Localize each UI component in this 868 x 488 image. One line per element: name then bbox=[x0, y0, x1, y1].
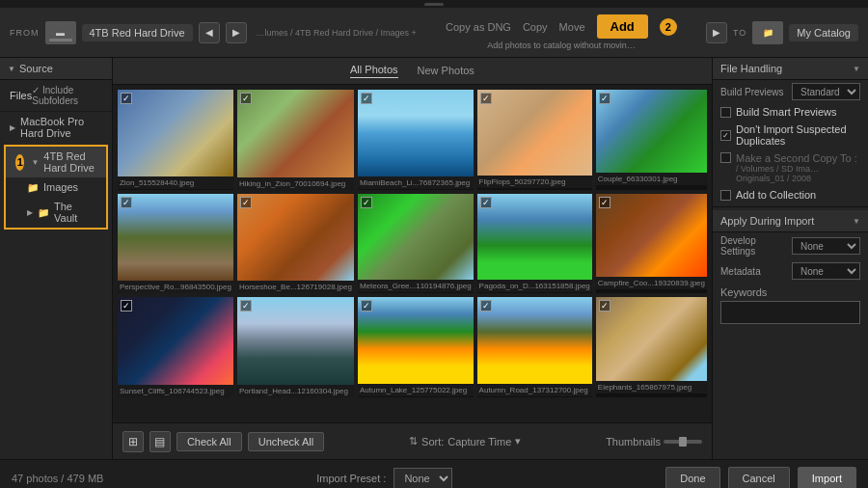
second-copy-checkbox[interactable] bbox=[720, 152, 731, 163]
step-1-badge: 1 bbox=[15, 154, 24, 171]
photo-cell[interactable]: Autumn_Lake_125775022.jpeg bbox=[358, 297, 474, 397]
photo-cell[interactable]: Hiking_in_Zion_70010694.jpeg bbox=[237, 90, 354, 190]
photo-checkbox[interactable] bbox=[480, 93, 492, 104]
photo-checkbox[interactable] bbox=[240, 93, 252, 104]
photo-checkbox[interactable] bbox=[480, 197, 492, 208]
source-item-images[interactable]: 📁 Images bbox=[6, 177, 106, 197]
done-button[interactable]: Done bbox=[665, 467, 719, 489]
photo-checkbox[interactable] bbox=[480, 300, 492, 312]
top-bar-right: ▶ TO 📁 My Catalog bbox=[706, 21, 858, 44]
from-drive-name[interactable]: 4TB Red Hard Drive bbox=[82, 24, 193, 41]
develop-settings-select[interactable]: None bbox=[792, 237, 860, 255]
photo-cell[interactable]: Campfire_Coo...19320839.jpeg bbox=[596, 194, 707, 294]
photo-cell[interactable]: Perspective_Ro...96843500.jpeg bbox=[118, 194, 233, 294]
footer-photos-count: 47 photos / 479 MB bbox=[12, 473, 103, 484]
photo-filename: Couple_66330301.jpeg bbox=[596, 173, 707, 185]
uncheck-all-button[interactable]: Uncheck All bbox=[248, 432, 324, 451]
photo-filename: Portland_Head...12160304.jpeg bbox=[237, 385, 354, 397]
tab-new-photos[interactable]: New Photos bbox=[418, 65, 475, 78]
divider-1 bbox=[713, 206, 868, 207]
path-text: …lumes / 4TB Red Hard Drive / Images + bbox=[257, 28, 417, 38]
thumbnail-size-slider[interactable] bbox=[664, 440, 702, 444]
photo-cell[interactable]: Sunset_Cliffs_106744523.jpeg bbox=[118, 297, 233, 397]
nav-forward-button[interactable]: ▶ bbox=[226, 22, 247, 43]
photo-filename: FlipFlops_50297720.jpeg bbox=[477, 176, 592, 188]
import-option-copy-dng[interactable]: Copy as DNG bbox=[446, 21, 511, 33]
dont-import-checkbox[interactable] bbox=[720, 130, 731, 141]
grid-view-button[interactable]: ⊞ bbox=[122, 431, 144, 452]
keywords-area: Keywords bbox=[713, 283, 868, 328]
images-label: Images bbox=[43, 181, 78, 193]
photo-thumbnail bbox=[237, 194, 354, 282]
photo-checkbox[interactable] bbox=[599, 93, 610, 104]
photo-checkbox[interactable] bbox=[361, 93, 372, 104]
tab-all-photos[interactable]: All Photos bbox=[350, 64, 398, 78]
apply-chevron: ▼ bbox=[853, 217, 860, 226]
left-panel: ▼ Source Files ✓ Include Subfolders ▶ Ma… bbox=[0, 58, 113, 459]
photo-cell[interactable]: Autumn_Road_137312700.jpeg bbox=[477, 297, 592, 397]
source-item-4tb[interactable]: 1 ▼ 4TB Red Hard Drive bbox=[6, 147, 106, 177]
check-all-button[interactable]: Check All bbox=[176, 432, 242, 451]
keywords-input[interactable] bbox=[720, 301, 860, 324]
top-handle bbox=[0, 0, 868, 8]
build-smart-checkbox[interactable] bbox=[720, 107, 731, 118]
import-option-copy[interactable]: Copy bbox=[523, 21, 548, 33]
photo-cell[interactable]: Portland_Head...12160304.jpeg bbox=[237, 297, 354, 397]
photo-cell[interactable]: Pagoda_on_D...163151858.jpeg bbox=[477, 194, 592, 294]
photo-filename: Campfire_Coo...19320839.jpeg bbox=[596, 277, 707, 289]
photo-filename: Perspective_Ro...96843500.jpeg bbox=[118, 281, 233, 293]
add-collection-label: Add to Collection bbox=[736, 189, 816, 201]
photo-thumbnail bbox=[477, 90, 592, 176]
photo-checkbox[interactable] bbox=[121, 197, 132, 208]
dont-import-label: Don't Import Suspected Duplicates bbox=[736, 123, 860, 147]
photo-cell[interactable]: Horseshoe_Be...126719028.jpeg bbox=[237, 194, 354, 294]
import-preset-select[interactable]: None bbox=[393, 468, 452, 489]
build-previews-row: Build Previews Standard bbox=[713, 80, 868, 103]
photo-checkbox[interactable] bbox=[361, 197, 372, 208]
add-collection-checkbox[interactable] bbox=[720, 190, 731, 201]
photo-checkbox[interactable] bbox=[121, 300, 132, 312]
photo-cell[interactable]: FlipFlops_50297720.jpeg bbox=[477, 90, 592, 190]
bottom-left: ⊞ ▤ Check All Uncheck All bbox=[122, 431, 324, 452]
photos-tabs: All Photos New Photos bbox=[113, 58, 712, 85]
add-badge: 2 bbox=[660, 18, 677, 36]
thumbnails-label: Thumbnails bbox=[606, 436, 702, 447]
handle-dot bbox=[424, 3, 444, 6]
photo-cell[interactable]: MiamiBeach_Li...76872365.jpeg bbox=[358, 90, 474, 190]
photo-thumbnail bbox=[118, 297, 233, 384]
cancel-button[interactable]: Cancel bbox=[728, 467, 790, 489]
photo-checkbox[interactable] bbox=[361, 300, 372, 312]
photo-cell[interactable]: Couple_66330301.jpeg bbox=[596, 90, 707, 190]
build-previews-select[interactable]: Standard bbox=[792, 83, 860, 100]
nav-back-button[interactable]: ◀ bbox=[199, 22, 220, 43]
source-item-macbook[interactable]: ▶ MacBook Pro Hard Drive bbox=[0, 112, 112, 143]
drive-icon: ▬ bbox=[45, 21, 76, 44]
main-layout: ▼ Source Files ✓ Include Subfolders ▶ Ma… bbox=[0, 58, 868, 459]
photo-checkbox[interactable] bbox=[240, 300, 252, 312]
photo-filename: Horseshoe_Be...126719028.jpeg bbox=[237, 281, 354, 293]
from-label: FROM bbox=[10, 28, 40, 38]
import-options: Copy as DNG Copy Move Add 2 bbox=[446, 14, 677, 39]
add-button[interactable]: Add bbox=[597, 14, 648, 39]
import-button[interactable]: Import bbox=[798, 467, 856, 489]
footer-right: Done Cancel Import bbox=[665, 467, 856, 489]
photo-checkbox[interactable] bbox=[599, 300, 610, 312]
sort-value[interactable]: Capture Time bbox=[448, 436, 511, 447]
source-item-vault[interactable]: ▶ 📁 The Vault bbox=[6, 197, 106, 228]
photo-checkbox[interactable] bbox=[599, 197, 610, 208]
source-header: ▼ Source bbox=[0, 58, 112, 80]
nav-right-button[interactable]: ▶ bbox=[706, 22, 727, 43]
import-option-move[interactable]: Move bbox=[559, 21, 585, 33]
photo-thumbnail bbox=[358, 90, 474, 176]
photo-cell[interactable]: Elephants_165867975.jpeg bbox=[596, 297, 707, 397]
photo-cell[interactable]: Zion_515528440.jpeg bbox=[118, 90, 233, 190]
metadata-select[interactable]: None bbox=[792, 262, 860, 280]
highlighted-drive-group: 1 ▼ 4TB Red Hard Drive 📁 Images ▶ 📁 The … bbox=[4, 145, 108, 230]
list-view-button[interactable]: ▤ bbox=[149, 431, 171, 452]
to-catalog-name[interactable]: My Catalog bbox=[789, 24, 858, 41]
photo-checkbox[interactable] bbox=[240, 197, 252, 208]
photo-cell[interactable]: Meteora_Gree...110194876.jpeg bbox=[358, 194, 474, 294]
include-subfolders[interactable]: ✓ Include Subfolders bbox=[32, 85, 102, 106]
files-row: Files ✓ Include Subfolders bbox=[0, 80, 112, 112]
photo-checkbox[interactable] bbox=[121, 93, 132, 104]
